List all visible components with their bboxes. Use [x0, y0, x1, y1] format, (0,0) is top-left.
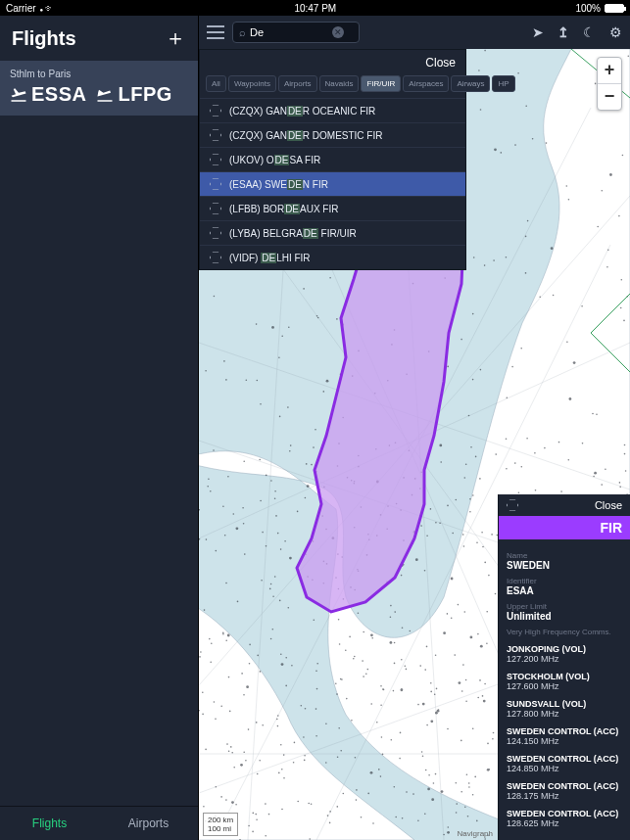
filter-airports[interactable]: Airports — [278, 75, 317, 92]
svg-point-570 — [464, 611, 466, 613]
zoom-out-button[interactable]: − — [598, 84, 621, 110]
svg-point-592 — [288, 607, 290, 609]
filter-fir-uir[interactable]: FIR/UIR — [361, 75, 401, 92]
menu-button[interactable] — [207, 25, 224, 39]
svg-point-409 — [427, 788, 430, 791]
svg-point-103 — [511, 366, 513, 368]
svg-point-412 — [216, 786, 218, 788]
search-result[interactable]: (CZQX) GANDER OCEANIC FIR — [200, 98, 465, 122]
svg-point-687 — [210, 661, 212, 663]
svg-point-89 — [315, 735, 317, 737]
search-result[interactable]: (LYBA) BELGRADE FIR/UIR — [200, 220, 465, 245]
filter-airspaces[interactable]: Airspaces — [403, 75, 449, 92]
filter-waypoints[interactable]: Waypoints — [228, 75, 276, 92]
freq-mhz: 128.625 MHz — [507, 818, 622, 828]
svg-point-139 — [463, 545, 465, 547]
svg-point-707 — [202, 714, 204, 716]
search-close-button[interactable]: Close — [425, 56, 456, 70]
freq-entry: STOCKHOLM (VOL)127.600 MHz — [507, 672, 622, 691]
freq-mhz: 127.200 MHz — [507, 654, 622, 664]
zoom-control: + − — [597, 57, 622, 111]
svg-point-240 — [426, 724, 428, 726]
svg-point-106 — [514, 462, 516, 464]
search-result[interactable]: (CZQX) GANDER DOMESTIC FIR — [200, 122, 465, 147]
svg-point-712 — [494, 148, 497, 151]
svg-point-273 — [233, 767, 235, 769]
svg-point-504 — [593, 476, 595, 478]
svg-point-109 — [338, 727, 340, 729]
route-card[interactable]: Sthlm to Paris ESSA LFPG — [0, 61, 198, 116]
freq-mhz: 124.850 MHz — [507, 764, 622, 773]
svg-point-395 — [464, 807, 466, 809]
svg-point-436 — [421, 751, 423, 753]
svg-point-450 — [280, 548, 282, 550]
svg-point-552 — [349, 636, 351, 638]
svg-point-483 — [315, 429, 316, 431]
search-result[interactable]: (UKOV) ODESA FIR — [200, 147, 465, 171]
search-result[interactable]: (LFBB) BORDEAUX FIR — [200, 196, 465, 220]
svg-point-259 — [451, 578, 454, 581]
filter-hp[interactable]: HP — [492, 75, 514, 92]
tab-flights[interactable]: Flights — [0, 807, 99, 840]
tab-airports[interactable]: Airports — [99, 807, 198, 840]
svg-point-58 — [380, 685, 382, 687]
battery-icon — [605, 4, 624, 13]
fir-hex-icon — [210, 227, 221, 239]
svg-point-369 — [481, 532, 483, 534]
svg-point-372 — [274, 498, 276, 500]
svg-point-275 — [456, 803, 458, 805]
svg-point-77 — [468, 782, 470, 784]
plane-dep-icon — [10, 86, 27, 104]
search-field[interactable]: ⌕ ✕ — [232, 22, 360, 43]
gear-icon[interactable]: ⚙ — [609, 24, 622, 40]
svg-point-410 — [484, 562, 486, 564]
svg-point-651 — [447, 831, 450, 834]
svg-point-114 — [246, 380, 248, 382]
svg-point-522 — [532, 138, 534, 140]
info-close-button[interactable]: Close — [595, 499, 622, 511]
search-result[interactable]: (ESAA) SWEDEN FIR — [200, 171, 465, 196]
svg-point-70 — [315, 670, 317, 672]
svg-point-25 — [337, 756, 339, 758]
svg-point-625 — [337, 806, 339, 808]
svg-point-536 — [316, 315, 318, 317]
svg-point-102 — [297, 511, 299, 513]
filter-airways[interactable]: Airways — [451, 75, 490, 92]
svg-point-366 — [628, 55, 630, 57]
svg-point-253 — [327, 815, 329, 817]
svg-point-264 — [301, 705, 303, 707]
moon-icon[interactable]: ☾ — [583, 24, 596, 40]
location-arrow-icon[interactable]: ➤ — [532, 24, 544, 40]
svg-point-703 — [367, 669, 369, 671]
fir-hex-icon — [210, 129, 221, 141]
svg-point-83 — [467, 816, 469, 817]
zoom-in-button[interactable]: + — [598, 58, 621, 83]
sidebar: Flights ＋ Sthlm to Paris ESSA LFPG Fligh… — [0, 16, 199, 840]
svg-point-603 — [430, 682, 432, 684]
clear-search-button[interactable]: ✕ — [332, 26, 344, 38]
search-input[interactable] — [250, 26, 328, 38]
svg-point-642 — [428, 774, 430, 776]
svg-point-341 — [426, 536, 428, 537]
fir-info-panel: Close FIR Name SWEDEN Identifier ESAA Up… — [498, 494, 630, 840]
svg-point-168 — [465, 701, 467, 703]
filter-all[interactable]: All — [206, 75, 226, 92]
freq-name: SWEDEN CONTROL (ACC) — [507, 726, 622, 736]
svg-point-331 — [607, 249, 609, 251]
svg-point-582 — [311, 803, 313, 805]
wifi-icon: ᯤ — [40, 3, 56, 14]
svg-point-314 — [486, 642, 488, 644]
svg-point-564 — [225, 583, 227, 584]
svg-point-466 — [448, 826, 450, 828]
svg-point-166 — [477, 697, 479, 699]
svg-point-598 — [475, 456, 477, 458]
search-result[interactable]: (VIDF) DELHI FIR — [200, 245, 465, 269]
freq-entry: SWEDEN CONTROL (ACC)124.150 MHz — [507, 726, 622, 746]
upload-icon[interactable]: ↥ — [557, 24, 569, 40]
lbl-ident: Identifier — [507, 577, 622, 585]
svg-point-262 — [461, 690, 463, 692]
add-flight-button[interactable]: ＋ — [165, 23, 186, 53]
filter-navaids[interactable]: Navaids — [319, 75, 360, 92]
map-area[interactable]: ⌕ ✕ ➤ ↥ ☾ ⚙ — [199, 16, 630, 840]
val-upper: Unlimited — [507, 611, 622, 622]
